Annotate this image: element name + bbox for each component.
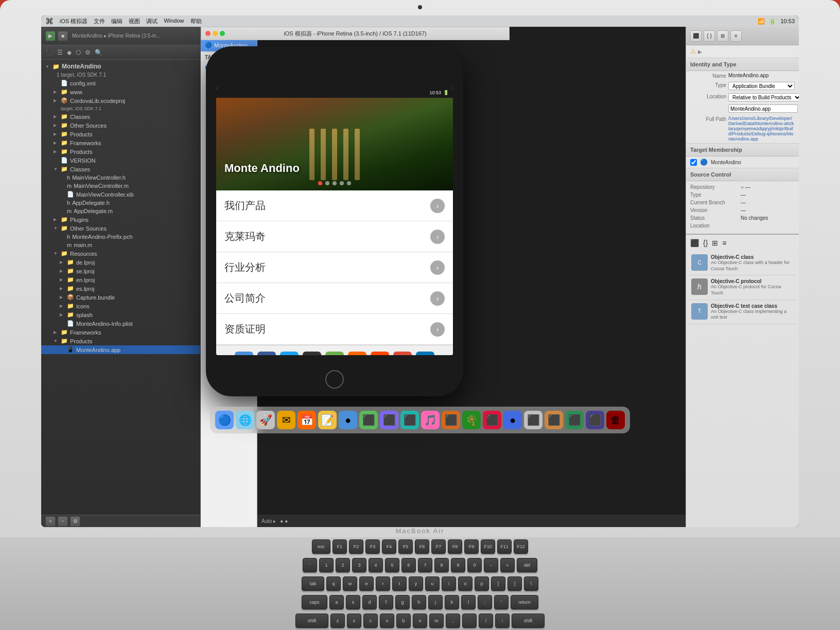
options-button[interactable]: ⚙ [70,516,80,527]
tree-prefix-pch[interactable]: h MonteAndino-Prefix.pch [41,233,200,241]
tree-icons[interactable]: ▶ 📁 icons [41,302,200,310]
key-s[interactable]: s [346,595,360,609]
snip-icon-1[interactable]: ⬛ [690,239,699,247]
ios-menu-item-2[interactable]: 克莱玛奇 › [216,221,453,252]
nav-icon-5[interactable]: ⚙ [85,49,91,56]
tree-www[interactable]: ▶ 📁 www [41,87,200,96]
tree-products-open[interactable]: ▼ 📁 Products [41,337,200,345]
dot-5[interactable] [347,181,351,185]
key-5[interactable]: 5 [385,558,399,572]
key-semicolon[interactable]: ; [478,595,492,609]
tree-plugins[interactable]: ▶ 📁 Plugins [41,215,200,224]
tree-cordova[interactable]: ▶ 📦 CordovaLib.xcodeproj [41,96,200,105]
tree-se-lproj[interactable]: ▶ 📁 se.lproj [41,267,200,275]
key-bracket-l[interactable]: [ [491,576,505,591]
key-f8[interactable]: F8 [448,539,462,554]
menu-debug[interactable]: 调试 [146,18,157,25]
key-return[interactable]: return [511,595,538,609]
share-delicious[interactable]: ⬜ [303,352,321,356]
key-c[interactable]: c [363,614,378,628]
apple-menu[interactable]: ⌘ [45,16,54,26]
key-up[interactable]: ↑ [495,614,510,628]
key-7[interactable]: 7 [418,558,432,572]
snip-icon-4[interactable]: ≡ [722,239,726,247]
tree-othersources-top[interactable]: ▶ 📁 Other Sources [41,121,200,130]
ios-menu-item-4[interactable]: 公司简介 › [216,283,453,314]
dock-app16[interactable]: ⬛ [524,411,542,429]
share-twitter[interactable]: t [280,352,299,356]
tree-classes-top[interactable]: ▶ 📁 Classes [41,112,200,121]
key-8[interactable]: 8 [434,558,449,572]
share-reddit[interactable]: r [371,352,389,356]
key-q[interactable]: q [326,576,341,591]
dock-app18[interactable]: ⬛ [565,411,584,429]
key-r[interactable]: r [376,576,390,591]
dock-mail[interactable]: ✉ [277,411,295,429]
key-backslash[interactable]: \ [524,576,538,591]
key-f7[interactable]: F7 [431,539,446,554]
dot-3[interactable] [332,181,337,185]
key-quote[interactable]: ' [494,595,509,609]
snippet-item-2[interactable]: h Objective-C protocol An Objective-C pr… [688,275,797,300]
tree-info-plist[interactable]: 📄 MonteAndino-Info.plist [41,319,200,328]
tree-mainvc-h[interactable]: h MainViewController.h [41,173,200,182]
share-google[interactable]: K [393,352,412,356]
tree-splash[interactable]: ▶ 📁 splash [41,310,200,319]
add-file-button[interactable]: + [45,516,56,527]
dock-finder[interactable]: 🔵 [215,411,234,429]
dock-calendar[interactable]: 📅 [297,411,316,429]
key-k[interactable]: k [445,595,459,609]
key-f5[interactable]: F5 [398,539,413,554]
tree-version[interactable]: 📄 VERSION [41,156,200,165]
tree-products-top[interactable]: ▶ 📁 Products [41,130,200,138]
key-del[interactable]: del [517,558,537,572]
dock-notes[interactable]: 📝 [318,411,337,429]
tree-appdelegate-m[interactable]: m AppDelegate.m [41,207,200,215]
key-b[interactable]: b [396,614,411,628]
key-4[interactable]: 4 [369,558,383,572]
tree-es-lproj[interactable]: ▶ 📁 es.lproj [41,284,200,293]
nav-icon-1[interactable]: ⬛ [45,49,53,56]
key-j[interactable]: j [428,595,443,609]
key-z[interactable]: z [330,614,345,628]
key-w[interactable]: w [343,576,357,591]
tree-mainvc-m[interactable]: m MainViewController.m [41,182,200,190]
dock-app14[interactable]: ⬛ [483,411,501,429]
dock-app17[interactable]: ⬛ [545,411,563,429]
key-slash[interactable]: / [479,614,493,628]
key-caps[interactable]: caps [302,595,327,609]
key-3[interactable]: 3 [352,558,366,572]
tree-en-lproj[interactable]: ▶ 📁 en.lproj [41,275,200,284]
menu-edit[interactable]: 编辑 [111,18,122,25]
menu-file[interactable]: 文件 [94,18,105,25]
tree-frameworks[interactable]: ▶ 📁 Frameworks [41,138,200,147]
ios-home-button[interactable] [325,370,344,389]
dock-app8[interactable]: ⬛ [359,411,378,429]
key-period[interactable]: . [462,614,477,628]
key-f1[interactable]: F1 [332,539,347,554]
rpanel-btn-3[interactable]: ⊞ [717,30,728,42]
tree-config[interactable]: 📄 config.xml [41,79,200,87]
location-select[interactable]: Relative to Build Products [728,93,799,101]
tree-appdelegate-h[interactable]: h AppDelegate.h [41,199,200,207]
menu-view[interactable]: 视图 [129,18,140,25]
snip-icon-2[interactable]: {} [703,239,708,247]
dock-app9[interactable]: ⬛ [380,411,398,429]
key-f[interactable]: f [379,595,393,609]
tl-red[interactable] [205,31,211,36]
key-backtick[interactable]: ` [303,558,317,572]
dock-app19[interactable]: ⬛ [586,411,604,429]
key-comma[interactable]: , [446,614,460,628]
dock-rocket[interactable]: 🚀 [256,411,275,429]
key-g[interactable]: g [395,595,410,609]
nav-icon-2[interactable]: ☰ [57,49,63,56]
key-u[interactable]: u [425,576,440,591]
tl-green[interactable] [220,31,225,36]
remove-file-button[interactable]: − [58,516,68,527]
nav-icon-3[interactable]: ◆ [67,49,72,56]
key-l[interactable]: l [461,595,476,609]
tree-app-file[interactable]: 📱 MonteAndino.app [41,345,200,354]
menu-help[interactable]: 帮助 [190,18,202,25]
dot-4[interactable] [340,181,344,185]
key-m[interactable]: m [429,614,444,628]
